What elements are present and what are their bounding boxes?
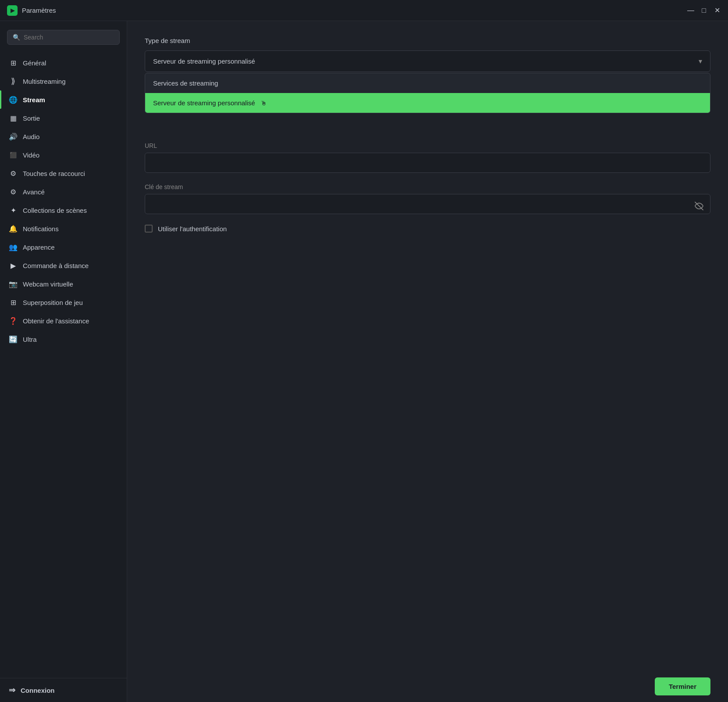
sidebar-item-webcam[interactable]: 📷 Webcam virtuelle — [0, 275, 127, 293]
layout: 🔍 ⊞ Général ⟫ Multistreaming 🌐 Stream — [0, 21, 728, 702]
search-icon: 🔍 — [13, 34, 20, 41]
sidebar-item-label: Général — [23, 59, 46, 67]
titlebar-left: ▶ Paramètres — [7, 5, 56, 16]
sidebar-item-audio[interactable]: 🔊 Audio — [0, 127, 127, 146]
terminer-button[interactable]: Terminer — [655, 677, 710, 695]
stream-key-container — [145, 194, 710, 225]
sidebar-item-label: Webcam virtuelle — [23, 280, 73, 288]
main-content: Type de stream Serveur de streaming pers… — [127, 21, 728, 702]
stream-key-section: Clé de stream — [145, 183, 710, 225]
sidebar-item-label: Obtenir de l'assistance — [23, 317, 89, 325]
dropdown-menu: Services de streaming Serveur de streami… — [145, 73, 710, 113]
close-button[interactable]: ✕ — [713, 7, 721, 14]
sidebar-item-label: Commande à distance — [23, 262, 89, 269]
url-label: URL — [145, 142, 710, 149]
dropdown-option-services[interactable]: Services de streaming — [145, 73, 710, 93]
search-box[interactable]: 🔍 — [7, 30, 120, 45]
webcam-icon: 📷 — [9, 279, 18, 288]
sidebar-footer: ⇒ Connexion — [0, 678, 127, 702]
stream-type-dropdown[interactable]: Serveur de streaming personnalisé ▾ Serv… — [145, 50, 710, 72]
dropdown-selected-value: Serveur de streaming personnalisé — [153, 57, 255, 65]
chevron-down-icon: ▾ — [699, 57, 702, 65]
sidebar-item-label: Notifications — [23, 225, 59, 233]
ultra-icon: 🔄 — [9, 335, 18, 344]
raccourci-icon: ⚙ — [9, 169, 18, 178]
maximize-button[interactable]: □ — [700, 7, 708, 14]
sidebar-item-commande[interactable]: ▶ Commande à distance — [0, 256, 127, 275]
sidebar-item-assistance[interactable]: ❓ Obtenir de l'assistance — [0, 312, 127, 330]
dropdown-button[interactable]: Serveur de streaming personnalisé ▾ — [145, 50, 710, 72]
stream-key-label: Clé de stream — [145, 183, 710, 190]
sidebar: 🔍 ⊞ Général ⟫ Multistreaming 🌐 Stream — [0, 21, 127, 702]
sidebar-item-ultra[interactable]: 🔄 Ultra — [0, 330, 127, 348]
nav-list: ⊞ Général ⟫ Multistreaming 🌐 Stream ▦ So… — [0, 52, 127, 678]
assistance-icon: ❓ — [9, 316, 18, 325]
avance-icon: ⚙ — [9, 187, 18, 196]
apparence-icon: 👥 — [9, 243, 18, 251]
collections-icon: ✦ — [9, 206, 18, 215]
sortie-icon: ▦ — [9, 114, 18, 122]
sidebar-item-label: Superposition de jeu — [23, 299, 83, 306]
app-icon: ▶ — [7, 5, 18, 16]
url-input[interactable] — [145, 153, 710, 173]
sidebar-item-apparence[interactable]: 👥 Apparence — [0, 238, 127, 256]
eye-icon[interactable] — [695, 202, 703, 213]
sidebar-item-label: Avancé — [23, 188, 45, 196]
stream-icon: 🌐 — [9, 95, 18, 104]
sidebar-item-label: Apparence — [23, 244, 55, 251]
sidebar-item-avance[interactable]: ⚙ Avancé — [0, 183, 127, 201]
sidebar-item-raccourci[interactable]: ⚙ Touches de raccourci — [0, 164, 127, 183]
dropdown-option-custom[interactable]: Serveur de streaming personnalisé 🖱 — [145, 93, 710, 113]
minimize-button[interactable]: — — [687, 7, 695, 14]
sidebar-item-collections[interactable]: ✦ Collections de scènes — [0, 201, 127, 219]
search-container: 🔍 — [0, 21, 127, 52]
sidebar-item-label: Touches de raccourci — [23, 170, 85, 177]
connexion-icon: ⇒ — [9, 685, 15, 695]
sidebar-item-general[interactable]: ⊞ Général — [0, 54, 127, 72]
multistreaming-icon: ⟫ — [9, 77, 18, 86]
audio-icon: 🔊 — [9, 132, 18, 141]
sidebar-item-superposition[interactable]: ⊞ Superposition de jeu — [0, 293, 127, 312]
stream-key-input[interactable] — [145, 194, 710, 214]
auth-checkbox-label: Utiliser l'authentification — [158, 225, 227, 233]
general-icon: ⊞ — [9, 58, 18, 67]
url-section: URL — [145, 142, 710, 183]
notifications-icon: 🔔 — [9, 224, 18, 233]
auth-checkbox[interactable] — [145, 225, 153, 233]
superposition-icon: ⊞ — [9, 298, 18, 307]
sidebar-item-label: Sortie — [23, 115, 40, 122]
auth-checkbox-row: Utiliser l'authentification — [145, 225, 710, 233]
sidebar-item-label: Stream — [23, 96, 45, 104]
sidebar-item-label: Collections de scènes — [23, 207, 87, 214]
commande-icon: ▶ — [9, 261, 18, 270]
sidebar-item-label: Multistreaming — [23, 78, 66, 85]
sidebar-item-notifications[interactable]: 🔔 Notifications — [0, 219, 127, 238]
sidebar-item-stream[interactable]: 🌐 Stream — [0, 90, 127, 109]
connexion-label: Connexion — [21, 687, 55, 694]
sidebar-item-label: Audio — [23, 133, 39, 140]
search-input[interactable] — [24, 34, 114, 41]
video-icon: ⬛ — [9, 150, 18, 159]
window-title: Paramètres — [22, 7, 56, 14]
sidebar-item-multistreaming[interactable]: ⟫ Multistreaming — [0, 72, 127, 90]
sidebar-item-label: Ultra — [23, 336, 37, 343]
sidebar-item-sortie[interactable]: ▦ Sortie — [0, 109, 127, 127]
sidebar-item-video[interactable]: ⬛ Vidéo — [0, 146, 127, 164]
titlebar: ▶ Paramètres — □ ✕ — [0, 0, 728, 21]
sidebar-item-label: Vidéo — [23, 151, 39, 159]
stream-type-label: Type de stream — [145, 37, 710, 44]
titlebar-controls: — □ ✕ — [687, 7, 721, 14]
connexion-item[interactable]: ⇒ Connexion — [9, 685, 118, 695]
bottom-bar: Terminer — [254, 670, 728, 702]
